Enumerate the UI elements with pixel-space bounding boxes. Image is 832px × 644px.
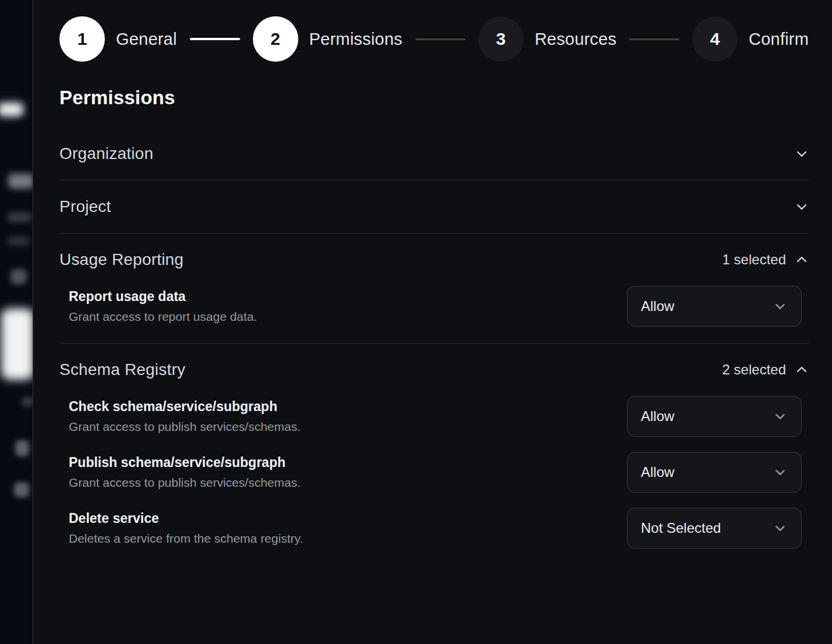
report-usage-data-select[interactable]: Allow bbox=[627, 286, 802, 327]
section-usage-reporting: Usage Reporting 1 selected Report usage … bbox=[59, 233, 809, 343]
chevron-down-icon bbox=[773, 465, 788, 480]
permission-row-report-usage-data: Report usage data Grant access to report… bbox=[69, 286, 809, 327]
step-label: Confirm bbox=[749, 30, 809, 49]
permission-title: Check schema/service/subgraph bbox=[69, 399, 301, 415]
permission-row-delete-service: Delete service Deletes a service from th… bbox=[69, 508, 809, 549]
section-schema-registry-header[interactable]: Schema Registry 2 selected bbox=[59, 344, 809, 396]
blurred-sidebar-badge bbox=[0, 102, 23, 116]
permission-row-check-schema: Check schema/service/subgraph Grant acce… bbox=[69, 396, 809, 437]
step-number-badge: 1 bbox=[59, 16, 105, 62]
step-number-badge: 3 bbox=[478, 16, 524, 62]
section-title: Organization bbox=[59, 144, 153, 163]
blurred-sidebar-card bbox=[1, 309, 33, 380]
permission-title: Report usage data bbox=[69, 289, 257, 305]
section-title: Usage Reporting bbox=[59, 250, 184, 269]
background-page bbox=[0, 0, 33, 644]
wizard-stepper: 1 General 2 Permissions 3 Resources 4 Co… bbox=[59, 16, 809, 62]
permission-title: Publish schema/service/subgraph bbox=[69, 455, 301, 470]
blurred-sidebar-text bbox=[8, 174, 33, 189]
selected-count: 1 selected bbox=[722, 252, 786, 268]
section-project: Project bbox=[59, 181, 809, 233]
section-organization: Organization bbox=[59, 128, 809, 180]
blurred-sidebar-text bbox=[7, 212, 31, 222]
publish-schema-select[interactable]: Allow bbox=[627, 452, 802, 493]
chevron-down-icon bbox=[795, 147, 809, 161]
step-number-badge: 4 bbox=[692, 16, 738, 62]
step-resources[interactable]: 3 Resources bbox=[478, 16, 616, 62]
permission-title: Delete service bbox=[69, 511, 303, 526]
step-general[interactable]: 1 General bbox=[59, 16, 177, 62]
step-label: Resources bbox=[535, 30, 616, 49]
chevron-down-icon bbox=[773, 521, 788, 536]
step-connector bbox=[629, 38, 679, 40]
delete-service-select[interactable]: Not Selected bbox=[627, 508, 802, 549]
section-usage-reporting-header[interactable]: Usage Reporting 1 selected bbox=[59, 233, 809, 286]
select-value: Allow bbox=[641, 408, 674, 424]
step-label: General bbox=[116, 30, 177, 49]
section-title: Project bbox=[59, 197, 111, 216]
chevron-down-icon bbox=[773, 299, 788, 314]
chevron-down-icon bbox=[795, 200, 809, 214]
permission-row-publish-schema: Publish schema/service/subgraph Grant ac… bbox=[69, 452, 809, 493]
select-value: Allow bbox=[641, 464, 674, 480]
step-label: Permissions bbox=[309, 30, 403, 49]
chevron-down-icon bbox=[773, 409, 788, 424]
chevron-up-icon bbox=[795, 363, 809, 377]
section-title: Schema Registry bbox=[59, 360, 185, 379]
api-key-wizard-modal: 1 General 2 Permissions 3 Resources 4 Co… bbox=[33, 0, 832, 644]
permission-description: Grant access to publish services/schemas… bbox=[69, 420, 301, 434]
permission-description: Deletes a service from the schema regist… bbox=[69, 532, 303, 546]
section-schema-registry: Schema Registry 2 selected Check schema/… bbox=[59, 344, 809, 565]
step-permissions[interactable]: 2 Permissions bbox=[253, 16, 403, 62]
check-schema-select[interactable]: Allow bbox=[627, 396, 802, 437]
blurred-sidebar-text bbox=[7, 236, 30, 246]
select-value: Allow bbox=[641, 298, 674, 314]
permission-description: Grant access to report usage data. bbox=[69, 310, 257, 324]
section-project-header[interactable]: Project bbox=[59, 181, 809, 233]
blurred-sidebar-icon bbox=[10, 269, 27, 284]
select-value: Not Selected bbox=[641, 520, 721, 536]
step-connector bbox=[190, 38, 240, 40]
blurred-sidebar-text bbox=[15, 440, 29, 457]
step-confirm[interactable]: 4 Confirm bbox=[692, 16, 809, 62]
step-number-badge: 2 bbox=[253, 16, 298, 62]
step-connector bbox=[415, 38, 466, 40]
chevron-up-icon bbox=[795, 253, 809, 267]
blurred-sidebar-text bbox=[14, 482, 29, 497]
selected-count: 2 selected bbox=[722, 362, 786, 378]
section-organization-header[interactable]: Organization bbox=[59, 128, 809, 180]
permission-description: Grant access to publish services/schemas… bbox=[69, 476, 301, 490]
page-title: Permissions bbox=[59, 87, 809, 109]
blurred-sidebar-text bbox=[21, 397, 33, 406]
